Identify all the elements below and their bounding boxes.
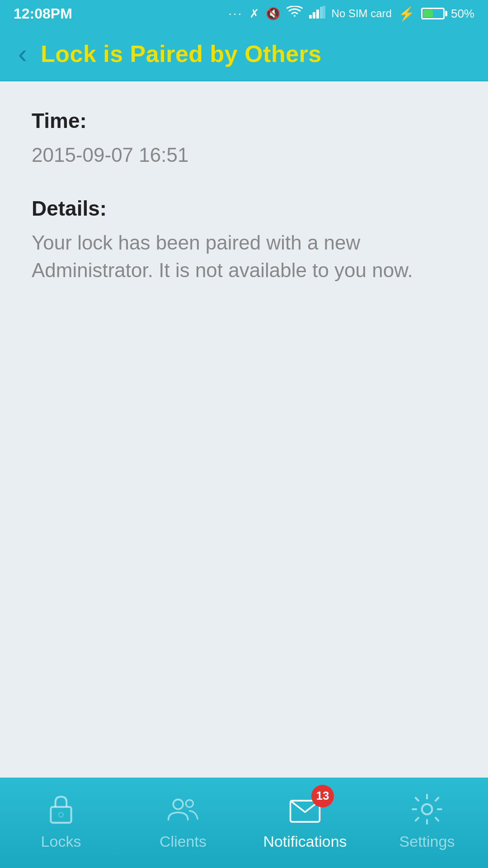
details-value: Your lock has been paired with a new Adm… bbox=[32, 229, 456, 284]
no-sim-text: No SIM card bbox=[332, 7, 392, 20]
signal-bars-icon bbox=[309, 6, 325, 22]
svg-rect-5 bbox=[51, 807, 71, 822]
time-label: Time: bbox=[32, 108, 456, 133]
locks-label: Locks bbox=[41, 833, 81, 850]
clients-icon bbox=[165, 791, 201, 827]
svg-rect-2 bbox=[316, 9, 319, 19]
signal-dots-icon: ··· bbox=[228, 6, 243, 21]
bluetooth-icon: ✗ bbox=[249, 7, 259, 21]
battery-icon bbox=[421, 8, 445, 19]
nav-item-settings[interactable]: Settings bbox=[366, 791, 488, 850]
time-value: 2015-09-07 16:51 bbox=[32, 141, 456, 169]
notifications-icon-wrap: 13 bbox=[287, 791, 323, 827]
lock-icon bbox=[43, 791, 79, 827]
notifications-label: Notifications bbox=[263, 833, 347, 850]
battery-percent: 50% bbox=[451, 7, 474, 21]
nav-item-clients[interactable]: Clients bbox=[122, 791, 244, 850]
nav-item-notifications[interactable]: 13 Notifications bbox=[244, 791, 366, 850]
notification-badge: 13 bbox=[311, 785, 334, 807]
svg-point-7 bbox=[173, 799, 183, 809]
locks-icon-wrap bbox=[43, 791, 79, 827]
page-title: Lock is Paired by Others bbox=[41, 40, 322, 67]
settings-icon bbox=[409, 791, 445, 827]
mute-icon: 🔇 bbox=[266, 7, 280, 21]
settings-label: Settings bbox=[399, 833, 455, 850]
content-area: Time: 2015-09-07 16:51 Details: Your loc… bbox=[0, 81, 488, 778]
svg-point-6 bbox=[59, 812, 63, 817]
details-label: Details: bbox=[32, 196, 456, 221]
charging-icon: ⚡ bbox=[398, 6, 415, 22]
status-icons: ··· ✗ 🔇 No SIM card ⚡ 50% bbox=[228, 6, 474, 22]
svg-rect-1 bbox=[313, 12, 315, 19]
clients-icon-wrap bbox=[165, 791, 201, 827]
svg-rect-0 bbox=[309, 15, 312, 19]
bottom-navigation: Locks Clients bbox=[0, 778, 488, 868]
status-bar: 12:08PM ··· ✗ 🔇 No SIM card ⚡ bbox=[0, 0, 488, 27]
clients-label: Clients bbox=[160, 833, 206, 850]
wifi-icon bbox=[286, 6, 303, 22]
svg-rect-3 bbox=[320, 7, 323, 19]
header: ‹ Lock is Paired by Others bbox=[0, 27, 488, 81]
nav-item-locks[interactable]: Locks bbox=[0, 791, 122, 850]
back-button[interactable]: ‹ bbox=[18, 40, 27, 67]
settings-icon-wrap bbox=[409, 791, 445, 827]
svg-point-10 bbox=[422, 804, 432, 814]
status-time: 12:08PM bbox=[14, 5, 72, 22]
svg-point-8 bbox=[186, 800, 193, 807]
svg-rect-4 bbox=[323, 6, 325, 19]
